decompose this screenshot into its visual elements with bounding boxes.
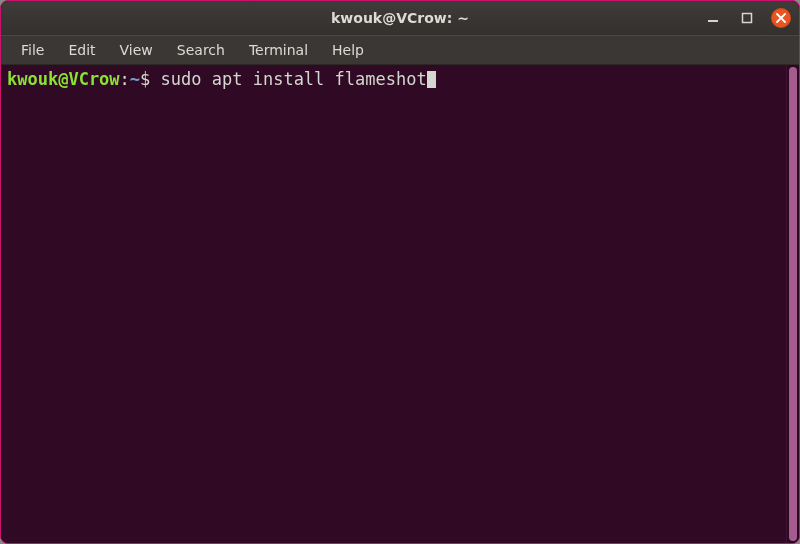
prompt-user-host: kwouk@VCrow (7, 69, 120, 89)
prompt-sigil: $ (140, 69, 160, 89)
menu-terminal[interactable]: Terminal (239, 38, 318, 62)
svg-rect-0 (708, 20, 718, 22)
terminal-window: kwouk@VCrow: ~ File Edit View (0, 0, 800, 544)
maximize-icon (741, 12, 753, 24)
prompt-separator: : (120, 69, 130, 89)
vertical-scrollbar[interactable] (786, 65, 799, 543)
svg-rect-1 (743, 14, 752, 23)
menu-edit[interactable]: Edit (58, 38, 105, 62)
terminal-output[interactable]: kwouk@VCrow:~$ sudo apt install flamesho… (1, 65, 786, 543)
menu-view[interactable]: View (110, 38, 163, 62)
window-titlebar[interactable]: kwouk@VCrow: ~ (1, 1, 799, 35)
terminal-area: kwouk@VCrow:~$ sudo apt install flamesho… (1, 65, 799, 543)
cursor-block (427, 71, 436, 88)
prompt-line: kwouk@VCrow:~$ sudo apt install flamesho… (7, 69, 436, 89)
command-text: sudo apt install flameshot (161, 69, 427, 89)
scrollbar-thumb[interactable] (789, 67, 797, 541)
menu-file[interactable]: File (11, 38, 54, 62)
prompt-path: ~ (130, 69, 140, 89)
window-controls (703, 8, 791, 28)
close-button[interactable] (771, 8, 791, 28)
maximize-button[interactable] (737, 8, 757, 28)
menu-help[interactable]: Help (322, 38, 374, 62)
menu-search[interactable]: Search (167, 38, 235, 62)
menubar: File Edit View Search Terminal Help (1, 35, 799, 65)
minimize-icon (707, 12, 719, 24)
minimize-button[interactable] (703, 8, 723, 28)
close-icon (776, 13, 786, 23)
window-title: kwouk@VCrow: ~ (1, 10, 799, 26)
